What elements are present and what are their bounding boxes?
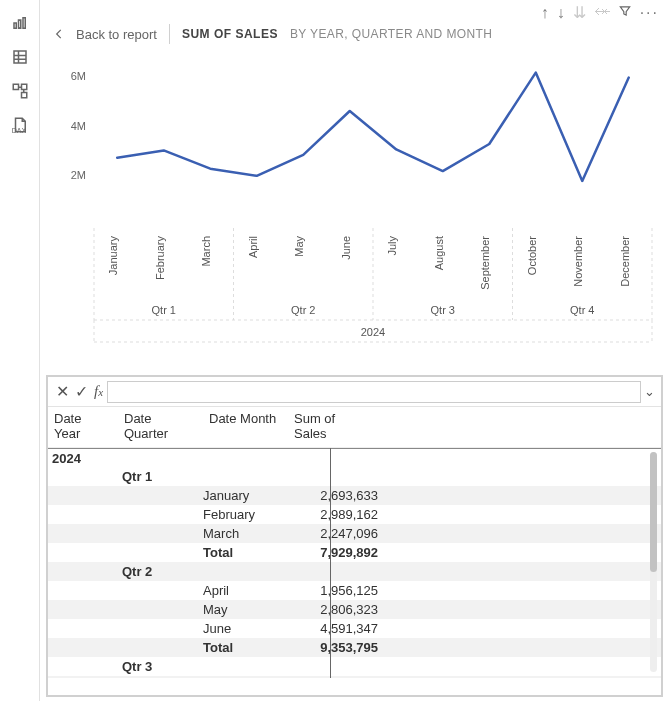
visual-title-secondary: BY YEAR, QUARTER AND MONTH — [290, 27, 492, 41]
svg-rect-3 — [14, 51, 26, 63]
svg-rect-2 — [23, 18, 25, 29]
svg-text:Qtr 4: Qtr 4 — [570, 304, 594, 316]
col-sum-of-sales[interactable]: Sum of Sales — [288, 411, 378, 441]
svg-text:May: May — [293, 236, 305, 257]
cancel-icon[interactable]: ✕ — [56, 382, 69, 401]
col-date-year[interactable]: Date Year — [48, 411, 118, 441]
year-cell: 2024 — [48, 451, 118, 466]
model-view-icon[interactable] — [0, 74, 40, 108]
svg-text:2M: 2M — [71, 169, 86, 181]
data-view-icon[interactable] — [0, 40, 40, 74]
svg-rect-8 — [22, 84, 27, 89]
table-body: 2024 Qtr 1 January2,693,633 February2,98… — [48, 448, 661, 678]
svg-text:Qtr 2: Qtr 2 — [291, 304, 315, 316]
data-table-pane: ✕ ✓ fx ⌄ Date Year Date Quarter Date Mon… — [46, 375, 663, 697]
formula-input[interactable] — [107, 381, 641, 403]
svg-rect-1 — [19, 20, 21, 28]
formula-dropdown-icon[interactable]: ⌄ — [641, 384, 657, 399]
commit-icon[interactable]: ✓ — [75, 382, 88, 401]
col-date-month[interactable]: Date Month — [203, 411, 288, 441]
quarter-cell: Qtr 1 — [118, 469, 203, 484]
filter-icon[interactable] — [618, 4, 632, 21]
dax-view-icon[interactable]: DAX — [0, 108, 40, 142]
back-to-report-button[interactable]: Back to report — [52, 27, 157, 42]
view-rail: DAX — [0, 0, 40, 701]
svg-text:Qtr 1: Qtr 1 — [152, 304, 176, 316]
quarter-cell: Qtr 3 — [118, 659, 203, 674]
visual-title-primary: SUM OF SALES — [182, 27, 278, 41]
svg-rect-7 — [13, 84, 18, 89]
svg-text:February: February — [154, 236, 166, 281]
svg-text:Qtr 3: Qtr 3 — [431, 304, 455, 316]
svg-text:6M: 6M — [71, 70, 86, 82]
more-options-icon[interactable]: ··· — [640, 5, 659, 21]
svg-text:December: December — [619, 236, 631, 287]
quarter-cell: Qtr 2 — [118, 564, 203, 579]
svg-text:October: October — [526, 236, 538, 275]
report-view-icon[interactable] — [0, 6, 40, 40]
svg-text:September: September — [479, 236, 491, 290]
table-header-row: Date Year Date Quarter Date Month Sum of… — [48, 407, 661, 448]
svg-text:August: August — [433, 236, 445, 270]
svg-text:July: July — [386, 236, 398, 256]
col-date-quarter[interactable]: Date Quarter — [118, 411, 203, 441]
back-label: Back to report — [76, 27, 157, 42]
svg-text:June: June — [340, 236, 352, 260]
drill-down-icon[interactable]: ↓ — [557, 5, 565, 21]
formula-bar: ✕ ✓ fx ⌄ — [48, 377, 661, 407]
drill-actions: ↑ ↓ ⇊ ⬾ ··· — [541, 4, 659, 21]
svg-text:2024: 2024 — [361, 326, 385, 338]
svg-rect-0 — [14, 23, 16, 28]
drill-up-icon[interactable]: ↑ — [541, 5, 549, 21]
expand-all-icon[interactable]: ⬾ — [594, 5, 610, 21]
svg-text:November: November — [572, 236, 584, 287]
svg-text:March: March — [200, 236, 212, 267]
svg-text:April: April — [247, 236, 259, 258]
table-scrollbar-thumb[interactable] — [650, 452, 657, 572]
fx-icon[interactable]: fx — [94, 383, 103, 400]
line-chart[interactable]: 2M4M6MJanuaryFebruaryMarchAprilMayJuneJu… — [40, 54, 667, 344]
svg-rect-9 — [22, 93, 27, 98]
svg-text:4M: 4M — [71, 120, 86, 132]
expand-down-icon[interactable]: ⇊ — [573, 5, 586, 21]
svg-text:January: January — [107, 236, 119, 276]
